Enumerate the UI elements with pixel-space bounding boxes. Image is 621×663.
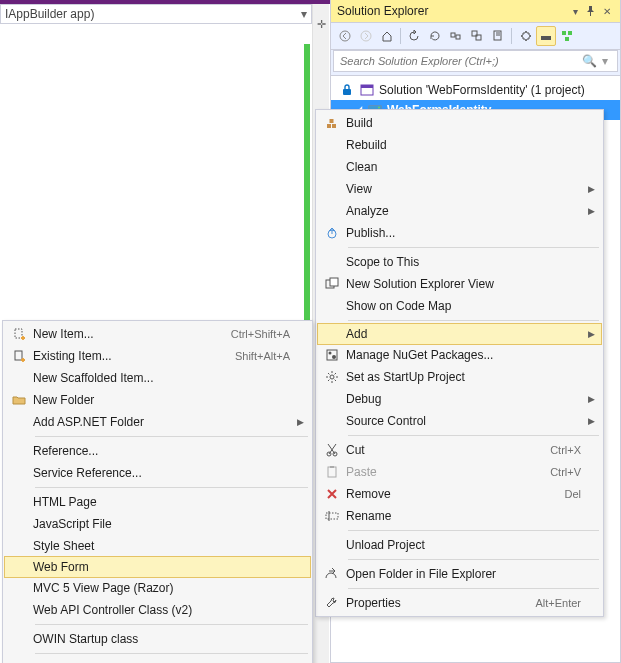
panel-title: Solution Explorer <box>337 4 566 18</box>
svg-rect-2 <box>451 33 455 37</box>
context-menu-item-view[interactable]: View▶ <box>318 178 601 200</box>
svg-rect-9 <box>541 36 551 40</box>
add-menu-item-class[interactable]: Class... <box>5 657 310 663</box>
forward-icon[interactable] <box>356 26 376 46</box>
context-menu-item-publish[interactable]: Publish... <box>318 222 601 244</box>
context-menu-item-set-as-startup-project[interactable]: Set as StartUp Project <box>318 366 601 388</box>
menu-separator <box>348 559 599 560</box>
svg-rect-31 <box>328 467 336 477</box>
build-icon <box>318 116 346 130</box>
context-menu-item-paste: PasteCtrl+V <box>318 461 601 483</box>
menu-item-label: New Scaffolded Item... <box>33 371 290 385</box>
svg-point-28 <box>330 375 334 379</box>
add-menu-item-javascript-file[interactable]: JavaScript File <box>5 513 310 535</box>
menu-item-label: Service Reference... <box>33 466 290 480</box>
solution-explorer-titlebar[interactable]: Solution Explorer ▾ ✕ <box>331 0 620 23</box>
split-icon[interactable]: ✛ <box>313 4 329 31</box>
context-menu-item-properties[interactable]: PropertiesAlt+Enter <box>318 592 601 614</box>
context-menu-item-add[interactable]: Add▶ <box>317 323 602 345</box>
submenu-arrow-icon: ▶ <box>588 329 595 339</box>
refresh-icon[interactable] <box>425 26 445 46</box>
menu-item-label: Open Folder in File Explorer <box>346 567 581 581</box>
menu-item-label: Rename <box>346 509 581 523</box>
menu-item-label: Debug <box>346 392 581 406</box>
add-menu-item-style-sheet[interactable]: Style Sheet <box>5 535 310 557</box>
add-menu-item-new-scaffolded-item[interactable]: New Scaffolded Item... <box>5 367 310 389</box>
context-menu-item-build[interactable]: Build <box>318 112 601 134</box>
menu-item-label: Cut <box>346 443 540 457</box>
dropdown-arrow-icon: ▾ <box>301 7 307 21</box>
svg-rect-10 <box>562 31 566 35</box>
add-menu-item-existing-item[interactable]: Existing Item...Shift+Alt+A <box>5 345 310 367</box>
svg-rect-11 <box>568 31 572 35</box>
menu-item-label: Web API Controller Class (v2) <box>33 603 290 617</box>
menu-separator <box>35 624 308 625</box>
solution-node[interactable]: Solution 'WebFormsIdentity' (1 project) <box>331 80 620 100</box>
preview-icon[interactable] <box>488 26 508 46</box>
menu-item-label: JavaScript File <box>33 517 290 531</box>
add-menu-item-html-page[interactable]: HTML Page <box>5 491 310 513</box>
collapse-all-icon[interactable] <box>446 26 466 46</box>
solution-explorer-toolbar <box>331 23 620 50</box>
add-menu-item-reference[interactable]: Reference... <box>5 440 310 462</box>
context-menu-item-new-solution-explorer-view[interactable]: New Solution Explorer View <box>318 273 601 295</box>
add-menu-item-web-api-controller-class-v2[interactable]: Web API Controller Class (v2) <box>5 599 310 621</box>
context-menu-item-cut[interactable]: CutCtrl+X <box>318 439 601 461</box>
svg-point-27 <box>332 355 336 359</box>
add-menu-item-new-folder[interactable]: New Folder <box>5 389 310 411</box>
show-all-icon[interactable] <box>467 26 487 46</box>
pin-icon[interactable] <box>584 4 598 18</box>
publish-icon <box>318 226 346 240</box>
properties-icon[interactable] <box>515 26 535 46</box>
menu-separator <box>348 247 599 248</box>
context-menu-item-source-control[interactable]: Source Control▶ <box>318 410 601 432</box>
home-icon[interactable] <box>377 26 397 46</box>
context-menu-item-show-on-code-map[interactable]: Show on Code Map <box>318 295 601 317</box>
menu-separator <box>348 435 599 436</box>
search-dropdown-icon[interactable]: ▾ <box>597 54 613 68</box>
svg-rect-32 <box>330 466 334 468</box>
context-menu-item-manage-nuget-packages[interactable]: Manage NuGet Packages... <box>318 344 601 366</box>
editor-member-combo[interactable]: IAppBuilder app) ▾ <box>0 4 312 24</box>
search-icon[interactable]: 🔍 <box>581 54 597 68</box>
svg-rect-12 <box>565 37 569 41</box>
add-menu-item-web-form[interactable]: Web Form <box>4 556 311 578</box>
close-icon[interactable]: ✕ <box>600 4 614 18</box>
nuget-icon <box>318 348 346 362</box>
menu-item-label: Unload Project <box>346 538 581 552</box>
context-menu-item-debug[interactable]: Debug▶ <box>318 388 601 410</box>
add-menu-item-service-reference[interactable]: Service Reference... <box>5 462 310 484</box>
window-position-icon[interactable]: ▾ <box>568 4 582 18</box>
context-menu-item-rebuild[interactable]: Rebuild <box>318 134 601 156</box>
editor-change-marker <box>304 44 310 344</box>
sync-icon[interactable] <box>404 26 424 46</box>
menu-item-shortcut: Del <box>554 488 581 500</box>
lock-icon <box>339 82 355 98</box>
menu-separator <box>348 320 599 321</box>
menu-item-label: HTML Page <box>33 495 290 509</box>
add-menu-item-new-item[interactable]: New Item...Ctrl+Shift+A <box>5 323 310 345</box>
context-menu-item-analyze[interactable]: Analyze▶ <box>318 200 601 222</box>
preview-selected-icon[interactable] <box>536 26 556 46</box>
add-menu-item-add-asp-net-folder[interactable]: Add ASP.NET Folder▶ <box>5 411 310 433</box>
back-icon[interactable] <box>335 26 355 46</box>
context-menu-item-unload-project[interactable]: Unload Project <box>318 534 601 556</box>
context-menu-item-clean[interactable]: Clean <box>318 156 601 178</box>
add-menu-item-owin-startup-class[interactable]: OWIN Startup class <box>5 628 310 650</box>
context-menu-item-open-folder-in-file-explorer[interactable]: Open Folder in File Explorer <box>318 563 601 585</box>
context-menu-item-rename[interactable]: Rename <box>318 505 601 527</box>
menu-item-label: Web Form <box>33 560 290 574</box>
menu-separator <box>348 530 599 531</box>
menu-item-label: Reference... <box>33 444 290 458</box>
menu-item-label: New Item... <box>33 327 221 341</box>
svg-point-1 <box>361 31 371 41</box>
context-menu-item-remove[interactable]: RemoveDel <box>318 483 601 505</box>
view-class-icon[interactable] <box>557 26 577 46</box>
remove-icon <box>318 487 346 501</box>
search-input[interactable] <box>338 54 581 68</box>
toolbar-separator <box>400 28 401 44</box>
solution-search-box[interactable]: 🔍 ▾ <box>333 50 618 72</box>
menu-separator <box>35 487 308 488</box>
context-menu-item-scope-to-this[interactable]: Scope to This <box>318 251 601 273</box>
add-menu-item-mvc-5-view-page-razor[interactable]: MVC 5 View Page (Razor) <box>5 577 310 599</box>
